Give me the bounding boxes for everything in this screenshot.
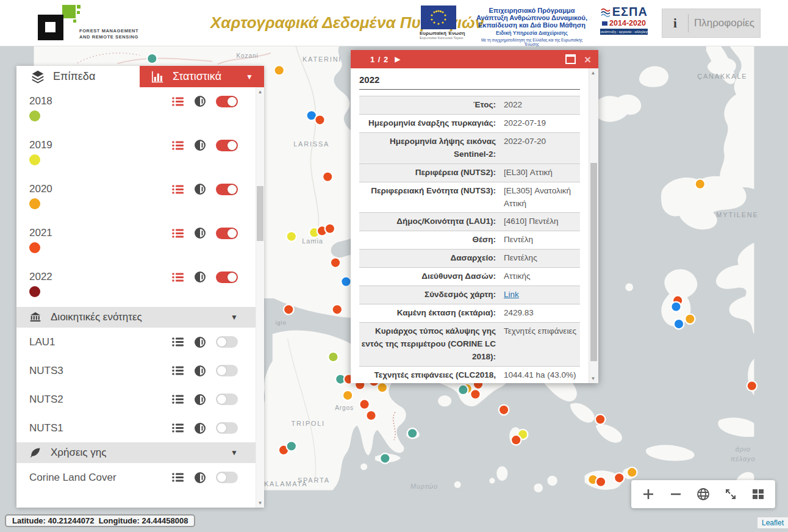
fire-marker[interactable] — [671, 302, 681, 312]
opacity-contrast-icon[interactable] — [194, 472, 206, 484]
fire-marker[interactable] — [407, 428, 417, 438]
layer-toggle[interactable] — [216, 365, 238, 376]
sidebar-scrollbar[interactable]: ▲ ▼ — [256, 87, 264, 508]
fire-marker[interactable] — [747, 381, 757, 390]
tab-layers[interactable]: Επίπεδα — [16, 66, 140, 87]
layout-button[interactable] — [748, 484, 768, 505]
fire-marker[interactable] — [470, 389, 480, 399]
globe-icon — [696, 487, 711, 501]
fire-marker[interactable] — [315, 115, 324, 124]
fire-marker[interactable] — [685, 314, 695, 324]
info-button[interactable]: i Πληροφορίες — [662, 9, 761, 38]
close-icon[interactable]: × — [584, 54, 591, 65]
fire-marker[interactable] — [341, 276, 351, 286]
app-logo-icon — [35, 4, 85, 44]
attribute-label: Περιφερειακή Ενότητα (NUTS3): — [359, 182, 501, 213]
fire-marker[interactable] — [328, 352, 338, 362]
opacity-contrast-icon[interactable] — [194, 271, 206, 283]
legend-list-icon[interactable] — [172, 394, 184, 404]
zoom-out-button[interactable] — [665, 484, 686, 505]
legend-list-icon[interactable] — [172, 272, 184, 282]
fire-marker[interactable] — [323, 172, 332, 182]
popup-header[interactable]: 1 / 2 ▶ × — [351, 50, 598, 68]
layer-toggle[interactable] — [216, 96, 238, 107]
legend-list-icon[interactable] — [172, 337, 184, 347]
fire-marker[interactable] — [499, 405, 509, 415]
opacity-contrast-icon[interactable] — [194, 227, 206, 239]
map-link[interactable]: Link — [504, 290, 519, 299]
map[interactable]: KozaniKATERINILARISSALamiaÇANAKKALEMYTIL… — [0, 46, 788, 532]
maximize-icon[interactable] — [565, 54, 576, 64]
fire-marker[interactable] — [147, 54, 157, 63]
layer-toggle[interactable] — [216, 336, 238, 348]
globe-button[interactable] — [693, 484, 714, 505]
layer-toggle[interactable] — [216, 184, 238, 195]
attribute-label: Περιφέρεια (NUTS2): — [359, 164, 501, 182]
fire-marker[interactable] — [343, 390, 353, 400]
layer-label: NUTS3 — [29, 365, 63, 377]
fire-marker[interactable] — [595, 414, 605, 424]
fire-marker[interactable] — [596, 477, 606, 487]
legend-list-icon[interactable] — [172, 228, 184, 239]
attribute-row: Διεύθυνση Δασών: Αττικής — [359, 268, 580, 286]
leaflet-link[interactable]: Leaflet — [762, 519, 784, 527]
opacity-contrast-icon[interactable] — [194, 183, 206, 195]
tab-statistics[interactable]: Στατιστικά ▼ — [140, 66, 264, 87]
attribute-row: Δήμος/Κοινότητα (LAU1): [4610] Πεντέλη — [359, 213, 580, 231]
fire-marker[interactable] — [378, 383, 387, 392]
layer-toggle[interactable] — [216, 472, 238, 483]
sidebar-scrollbar-thumb[interactable] — [257, 186, 263, 241]
fire-marker[interactable] — [458, 385, 468, 395]
scroll-down-icon[interactable]: ▼ — [256, 500, 264, 506]
fire-marker[interactable] — [511, 435, 521, 445]
chevron-down-icon[interactable]: ▼ — [231, 448, 238, 457]
next-feature-icon[interactable]: ▶ — [395, 55, 400, 63]
popup-scrollbar-thumb[interactable] — [590, 163, 597, 361]
scroll-down-icon[interactable]: ▼ — [589, 376, 597, 381]
opacity-contrast-icon[interactable] — [194, 422, 206, 434]
opacity-contrast-icon[interactable] — [194, 95, 206, 107]
attribute-row: Περιφερειακή Ενότητα (NUTS3): [EL305] Αν… — [359, 182, 580, 214]
opacity-contrast-icon[interactable] — [194, 365, 206, 377]
fire-marker[interactable] — [380, 453, 390, 463]
section-header[interactable]: Διοικητικές ενότητες ▼ — [16, 307, 256, 328]
layer-toggle[interactable] — [216, 271, 238, 283]
layer-toggle[interactable] — [216, 140, 238, 151]
fire-marker[interactable] — [284, 304, 293, 314]
fire-marker[interactable] — [614, 473, 624, 483]
attribute-value: 2429.83 — [501, 304, 580, 322]
fire-marker[interactable] — [366, 411, 376, 420]
fullscreen-button[interactable] — [720, 484, 741, 505]
layer-toggle[interactable] — [216, 394, 238, 405]
fire-marker[interactable] — [331, 257, 340, 267]
legend-list-icon[interactable] — [172, 472, 184, 483]
opacity-contrast-icon[interactable] — [194, 394, 206, 406]
opacity-contrast-icon[interactable] — [194, 336, 206, 348]
popup-scrollbar[interactable]: ▲ ▼ — [589, 68, 598, 383]
fire-marker[interactable] — [332, 304, 342, 314]
chevron-down-icon[interactable]: ▼ — [231, 313, 238, 322]
layer-toggle[interactable] — [216, 422, 238, 434]
legend-list-icon[interactable] — [172, 423, 184, 433]
chevron-down-icon[interactable]: ▼ — [246, 73, 253, 81]
legend-list-icon[interactable] — [172, 365, 184, 376]
fire-marker[interactable] — [674, 319, 684, 329]
scroll-up-icon[interactable]: ▲ — [589, 70, 597, 76]
legend-list-icon[interactable] — [172, 184, 184, 195]
fire-marker[interactable] — [359, 399, 369, 409]
fire-marker[interactable] — [274, 65, 284, 75]
scroll-up-icon[interactable]: ▲ — [256, 89, 264, 95]
fire-marker[interactable] — [287, 231, 296, 241]
opacity-contrast-icon[interactable] — [194, 139, 206, 151]
legend-list-icon[interactable] — [172, 96, 184, 107]
fire-marker[interactable] — [325, 224, 335, 234]
legend-list-icon[interactable] — [172, 140, 184, 151]
layer-label: 2020 — [29, 183, 52, 195]
fire-marker[interactable] — [695, 179, 705, 189]
zoom-in-button[interactable] — [638, 484, 659, 505]
fire-marker[interactable] — [627, 467, 637, 477]
fire-marker[interactable] — [287, 441, 296, 451]
layer-label: 2021 — [29, 227, 52, 239]
layer-toggle[interactable] — [216, 228, 238, 239]
section-header[interactable]: Χρήσεις γης ▼ — [16, 442, 256, 463]
